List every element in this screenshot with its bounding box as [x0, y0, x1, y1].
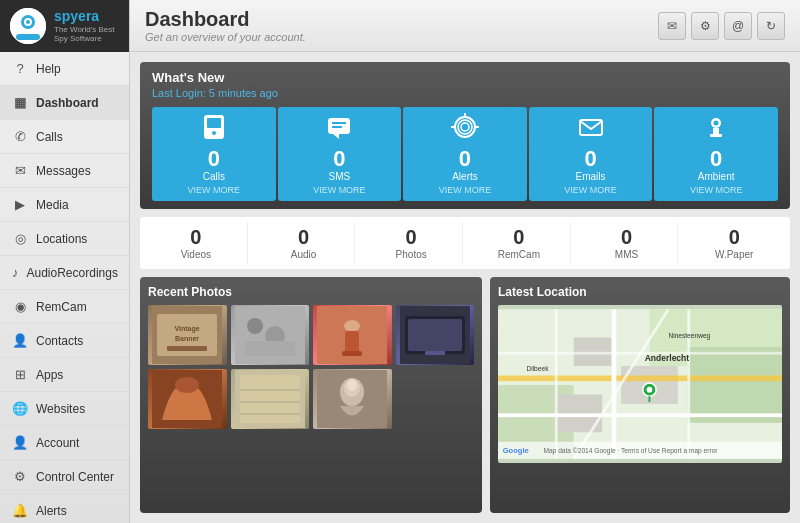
ambient-label: Ambient — [698, 171, 735, 182]
photos-label: Photos — [364, 249, 458, 260]
websites-icon: 🌐 — [12, 401, 28, 416]
secondary-stats-panel: 0 Videos 0 Audio 0 Photos 0 RemCam 0 MMS… — [140, 217, 790, 269]
sidebar-label-locations: Locations — [36, 232, 87, 246]
contacts-icon: 👤 — [12, 333, 28, 348]
svg-point-69 — [647, 387, 653, 393]
wpaper-label: W.Paper — [687, 249, 781, 260]
sec-stat-wpaper: 0 W.Paper — [683, 222, 785, 264]
sms-count: 0 — [333, 148, 345, 170]
sidebar-item-control-center[interactable]: ⚙ Control Center — [0, 460, 129, 494]
svg-point-7 — [212, 131, 216, 135]
sidebar-item-contacts[interactable]: 👤 Contacts — [0, 324, 129, 358]
sms-view-more[interactable]: VIEW MORE — [313, 185, 366, 195]
emails-view-more[interactable]: VIEW MORE — [564, 185, 617, 195]
page-subtitle: Get an overview of your account. — [145, 31, 306, 43]
sidebar-item-account[interactable]: 👤 Account — [0, 426, 129, 460]
photo-item-4[interactable] — [396, 305, 475, 365]
svg-point-33 — [344, 320, 360, 332]
photo-thumb-2 — [231, 305, 310, 365]
sidebar-item-alerts[interactable]: 🔔 Alerts — [0, 494, 129, 523]
last-login-text: Last Login: 5 minutes ago — [152, 87, 778, 99]
audio-label: Audio — [257, 249, 351, 260]
calls-icon: ✆ — [12, 129, 28, 144]
alerts-view-more[interactable]: VIEW MORE — [439, 185, 492, 195]
ambient-stat-icon — [702, 113, 730, 146]
sidebar-item-apps[interactable]: ⊞ Apps — [0, 358, 129, 392]
sidebar-label-apps: Apps — [36, 368, 63, 382]
header-actions: ✉ ⚙ @ ↻ — [658, 12, 785, 40]
sidebar-item-locations[interactable]: ◎ Locations — [0, 222, 129, 256]
recent-photos-title: Recent Photos — [148, 285, 474, 299]
stat-emails[interactable]: 0 Emails VIEW MORE — [529, 107, 653, 201]
stat-sms[interactable]: 0 SMS VIEW MORE — [278, 107, 402, 201]
photo-item-5[interactable] — [148, 369, 227, 429]
header-title-area: Dashboard Get an overview of your accoun… — [145, 8, 306, 43]
email-header-button[interactable]: ✉ — [658, 12, 686, 40]
stat-ambient[interactable]: 0 Ambient VIEW MORE — [654, 107, 778, 201]
emails-count: 0 — [584, 148, 596, 170]
settings-header-button[interactable]: ⚙ — [691, 12, 719, 40]
latest-location-panel: Latest Location — [490, 277, 790, 513]
logo-icon — [10, 8, 46, 44]
sidebar-label-alerts: Alerts — [36, 504, 67, 518]
sec-stat-mms: 0 MMS — [576, 222, 679, 264]
videos-label: Videos — [149, 249, 243, 260]
whats-new-title: What's New — [152, 70, 778, 85]
svg-text:Map data ©2014 Google · Terms : Map data ©2014 Google · Terms of Use Rep… — [543, 447, 718, 455]
svg-rect-61 — [555, 309, 558, 459]
main-content: Dashboard Get an overview of your accoun… — [130, 0, 800, 523]
svg-text:Google: Google — [503, 446, 529, 455]
svg-rect-58 — [498, 375, 782, 381]
calls-view-more[interactable]: VIEW MORE — [188, 185, 241, 195]
alerts-count: 0 — [459, 148, 471, 170]
photo-item-3[interactable] — [313, 305, 392, 365]
stat-alerts[interactable]: 0 Alerts VIEW MORE — [403, 107, 527, 201]
emails-stat-icon — [577, 113, 605, 146]
account-header-button[interactable]: @ — [724, 12, 752, 40]
photo-item-2[interactable] — [231, 305, 310, 365]
content-area: What's New Last Login: 5 minutes ago 0 C… — [130, 52, 800, 523]
photo-thumb-4 — [396, 305, 475, 365]
stat-calls[interactable]: 0 Calls VIEW MORE — [152, 107, 276, 201]
wpaper-count: 0 — [687, 226, 781, 249]
calls-stat-icon — [200, 113, 228, 146]
ambient-view-more[interactable]: VIEW MORE — [690, 185, 743, 195]
logo-text: spyera — [54, 9, 119, 24]
calls-count: 0 — [208, 148, 220, 170]
ambient-count: 0 — [710, 148, 722, 170]
photo-item-6[interactable] — [231, 369, 310, 429]
svg-text:Anderlecht: Anderlecht — [645, 353, 690, 363]
photo-item-1[interactable]: Vintage Banner — [148, 305, 227, 365]
recent-photos-panel: Recent Photos Vintage Banner — [140, 277, 482, 513]
photo-thumb-7 — [313, 369, 392, 429]
emails-label: Emails — [576, 171, 606, 182]
sidebar-item-remcam[interactable]: ◉ RemCam — [0, 290, 129, 324]
svg-rect-31 — [245, 341, 295, 356]
whats-new-panel: What's New Last Login: 5 minutes ago 0 C… — [140, 62, 790, 209]
sidebar-item-websites[interactable]: 🌐 Websites — [0, 392, 129, 426]
photo-item-7[interactable] — [313, 369, 392, 429]
sidebar: spyera The World's Best Spy Software ? H… — [0, 0, 130, 523]
refresh-header-button[interactable]: ↻ — [757, 12, 785, 40]
svg-point-22 — [714, 121, 719, 126]
help-icon: ? — [12, 61, 28, 76]
sidebar-item-help[interactable]: ? Help — [0, 52, 129, 86]
alerts-label: Alerts — [452, 171, 478, 182]
sidebar-item-audiorecordings[interactable]: ♪ AudioRecordings — [0, 256, 129, 290]
mms-label: MMS — [580, 249, 674, 260]
sidebar-item-media[interactable]: ▶ Media — [0, 188, 129, 222]
svg-rect-38 — [408, 319, 462, 351]
sidebar-item-messages[interactable]: ✉ Messages — [0, 154, 129, 188]
svg-point-13 — [458, 120, 472, 134]
messages-icon: ✉ — [12, 163, 28, 178]
svg-rect-27 — [167, 346, 207, 351]
svg-rect-43 — [240, 375, 300, 423]
sidebar-label-messages: Messages — [36, 164, 91, 178]
dashboard-icon: ▦ — [12, 95, 28, 110]
sidebar-item-calls[interactable]: ✆ Calls — [0, 120, 129, 154]
photo-thumb-5 — [148, 369, 227, 429]
sidebar-label-help: Help — [36, 62, 61, 76]
sidebar-item-dashboard[interactable]: ▦ Dashboard — [0, 86, 129, 120]
svg-rect-35 — [342, 351, 362, 356]
svg-point-50 — [347, 379, 357, 391]
